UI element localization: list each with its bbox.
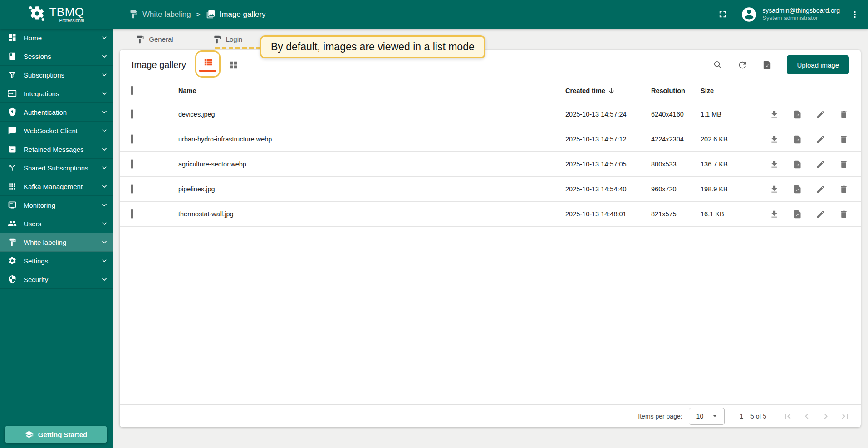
chevron-down-icon	[100, 163, 109, 172]
edit-image-button[interactable]	[816, 134, 826, 144]
sidebar-item[interactable]: Kafka Management	[0, 177, 113, 196]
download-image-button[interactable]	[770, 159, 780, 169]
import-image-button[interactable]	[757, 55, 777, 75]
row-checkbox[interactable]	[131, 109, 133, 119]
table-row[interactable]: agriculture-sector.webp 2025-10-13 14:57…	[120, 152, 861, 177]
last-page-button[interactable]	[835, 407, 854, 426]
image-size: 136.7 KB	[701, 161, 764, 168]
tab[interactable]: General	[118, 29, 191, 50]
export-image-button[interactable]	[793, 134, 803, 144]
top-bar: TBMQ Professional White labeling > Image…	[0, 0, 868, 29]
column-header-size[interactable]: Size	[701, 87, 764, 94]
page-size-select[interactable]: 10	[689, 408, 725, 425]
delete-image-button[interactable]	[839, 109, 849, 119]
items-per-page-label: Items per page:	[638, 413, 682, 420]
sidebar-item[interactable]: Users	[0, 214, 113, 233]
edit-image-button[interactable]	[816, 209, 826, 219]
grid-view-toggle[interactable]	[224, 54, 242, 75]
search-button[interactable]	[708, 55, 728, 75]
list-view-toggle[interactable]	[199, 54, 217, 75]
tab[interactable]: Login	[191, 29, 264, 50]
column-header-name[interactable]: Name	[178, 87, 565, 94]
breadcrumb-white-labeling[interactable]: White labeling	[129, 10, 191, 19]
table-body: devices.jpeg 2025-10-13 14:57:24 6240x41…	[120, 102, 861, 404]
sidebar-item[interactable]: Retained Messages	[0, 140, 113, 159]
table-row[interactable]: urban-hydro-infrastructure.webp 2025-10-…	[120, 127, 861, 152]
sidebar-item[interactable]: WebSocket Client	[0, 122, 113, 140]
sidebar-item-icon	[8, 126, 17, 135]
upload-image-button[interactable]: Upload image	[787, 55, 849, 74]
table-row[interactable]: pipelines.jpg 2025-10-13 14:54:40 960x72…	[120, 177, 861, 202]
sidebar-item[interactable]: Subscriptions	[0, 66, 113, 84]
image-resolution: 4224x2304	[651, 136, 701, 143]
previous-page-button[interactable]	[797, 407, 816, 426]
sidebar-item[interactable]: Settings	[0, 252, 113, 270]
edit-image-button[interactable]	[816, 109, 826, 119]
tbmq-gear-logo-icon	[28, 5, 45, 24]
chevron-down-icon	[100, 200, 109, 209]
edit-image-button[interactable]	[816, 159, 826, 169]
row-checkbox[interactable]	[131, 209, 133, 219]
more-options-button[interactable]	[850, 10, 860, 19]
export-image-button[interactable]	[793, 109, 803, 119]
image-created-time: 2025-10-13 14:57:24	[565, 111, 651, 118]
export-image-button[interactable]	[793, 209, 803, 219]
image-name: pipelines.jpg	[178, 185, 565, 193]
chevron-down-icon	[100, 33, 109, 42]
table-row[interactable]: thermostat-wall.jpg 2025-10-13 14:48:01 …	[120, 202, 861, 227]
delete-image-button[interactable]	[839, 159, 849, 169]
column-header-resolution[interactable]: Resolution	[651, 87, 701, 94]
sidebar-item[interactable]: Security	[0, 270, 113, 289]
getting-started-button[interactable]: Getting Started	[5, 426, 107, 443]
image-name: agriculture-sector.webp	[178, 161, 565, 168]
tab-icon	[136, 35, 145, 44]
sidebar-item[interactable]: White labeling	[0, 233, 113, 252]
image-size: 16.1 KB	[701, 210, 764, 218]
image-size: 1.1 MB	[701, 111, 764, 118]
app-logo[interactable]: TBMQ Professional	[0, 5, 113, 24]
export-image-button[interactable]	[793, 184, 803, 194]
download-image-button[interactable]	[770, 109, 780, 119]
last-page-icon	[839, 411, 850, 422]
sidebar-item-label: Settings	[24, 257, 48, 265]
edit-pencil-icon	[816, 185, 826, 194]
file-export-icon	[793, 160, 803, 169]
sidebar-item-icon	[8, 145, 17, 154]
download-image-button[interactable]	[770, 134, 780, 144]
school-icon	[25, 430, 34, 439]
row-checkbox[interactable]	[131, 159, 133, 169]
main-content: General Login Image gallery By default, …	[113, 29, 868, 448]
sidebar-item[interactable]: Integrations	[0, 84, 113, 103]
table-row[interactable]: devices.jpeg 2025-10-13 14:57:24 6240x41…	[120, 102, 861, 127]
user-role: System administrator	[762, 15, 840, 22]
user-menu[interactable]: sysadmin@thingsboard.org System administ…	[740, 6, 840, 23]
tab-label: Login	[226, 35, 243, 43]
fullscreen-button[interactable]	[717, 9, 728, 19]
download-image-button[interactable]	[770, 209, 780, 219]
edit-image-button[interactable]	[816, 184, 826, 194]
download-image-button[interactable]	[770, 184, 780, 194]
row-checkbox[interactable]	[131, 134, 133, 144]
row-checkbox[interactable]	[131, 184, 133, 194]
next-page-button[interactable]	[816, 407, 835, 426]
first-page-icon	[782, 411, 793, 422]
sidebar-item[interactable]: Home	[0, 29, 113, 47]
sidebar-item[interactable]: Sessions	[0, 47, 113, 66]
image-name: devices.jpeg	[178, 111, 565, 118]
sidebar-item-label: Kafka Management	[24, 183, 83, 190]
column-header-created-time[interactable]: Created time	[565, 87, 651, 95]
delete-image-button[interactable]	[839, 209, 849, 219]
avatar	[740, 6, 758, 23]
delete-image-button[interactable]	[839, 134, 849, 144]
select-all-checkbox[interactable]	[131, 86, 133, 95]
sidebar-item[interactable]: Monitoring	[0, 196, 113, 214]
gallery-toolbar: Image gallery	[120, 50, 861, 80]
sidebar-item[interactable]: Shared Subscriptions	[0, 159, 113, 177]
breadcrumb-image-gallery[interactable]: Image gallery	[206, 10, 266, 19]
tour-highlight-ring	[195, 50, 221, 78]
sidebar-item[interactable]: Authentication	[0, 103, 113, 122]
refresh-button[interactable]	[732, 55, 752, 75]
first-page-button[interactable]	[778, 407, 797, 426]
delete-image-button[interactable]	[839, 184, 849, 194]
export-image-button[interactable]	[793, 159, 803, 169]
